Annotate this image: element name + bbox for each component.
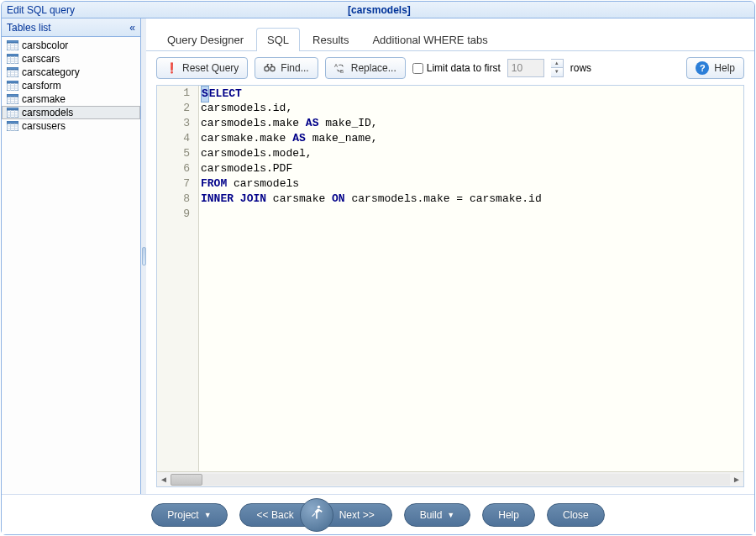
code-line[interactable]: SELECT — [201, 86, 542, 101]
project-label: Project — [167, 509, 198, 521]
table-item-label: carsmake — [22, 93, 66, 105]
chevron-down-icon: ▼ — [204, 511, 212, 519]
help-button[interactable]: ? Help — [686, 57, 744, 79]
table-icon — [7, 67, 18, 77]
table-item-label: carsbcolor — [22, 39, 68, 51]
main-panel: Query DesignerSQLResultsAdditional WHERE… — [146, 18, 754, 494]
line-number: 2 — [165, 101, 190, 116]
footer-help-button[interactable]: Help — [482, 503, 535, 527]
code-area[interactable]: SELECTcarsmodels.id,carsmodels.make AS m… — [199, 86, 543, 471]
window-frame: Edit SQL query [carsmodels] Tables list … — [1, 1, 755, 535]
table-item-label: carsmodels — [22, 107, 73, 118]
reset-query-button[interactable]: ❗ Reset Query — [156, 57, 248, 79]
svg-point-42 — [265, 66, 269, 71]
svg-rect-19 — [7, 83, 18, 91]
chevron-down-icon: ▼ — [447, 511, 454, 519]
table-icon — [7, 81, 18, 91]
title-left-text: Edit SQL query — [2, 4, 80, 16]
scroll-right-icon[interactable]: ► — [730, 475, 743, 484]
line-number: 5 — [165, 146, 190, 161]
scroll-track[interactable] — [171, 474, 730, 486]
code-line[interactable]: carsmodels.model, — [201, 146, 542, 161]
limit-rows-wrap[interactable]: Limit data to first — [412, 62, 501, 74]
code-line[interactable]: carsmodels.make AS make_ID, — [201, 116, 542, 131]
project-button[interactable]: Project ▼ — [151, 503, 227, 527]
code-line[interactable]: carsmake.make AS make_name, — [201, 131, 542, 146]
body-area: Tables list « carsbcolorcarscarscarscate… — [2, 18, 754, 494]
table-item[interactable]: carscars — [2, 52, 140, 66]
sidebar: Tables list « carsbcolorcarscarscarscate… — [2, 18, 141, 494]
svg-point-43 — [270, 66, 275, 71]
code-line[interactable]: carsmodels.PDF — [201, 161, 542, 176]
table-item[interactable]: carsform — [2, 79, 140, 92]
toolbar: ❗ Reset Query Find... AB Replace... — [146, 51, 754, 85]
svg-text:A: A — [334, 62, 339, 68]
tab-additional-where-tabs[interactable]: Additional WHERE tabs — [361, 28, 498, 51]
footer-bar: Project ▼ << Back Next >> Build ▼ Help C… — [2, 494, 754, 534]
line-gutter: 123456789 — [157, 86, 199, 471]
sidebar-title: Tables list — [7, 22, 51, 34]
sql-editor[interactable]: 123456789 SELECTcarsmodels.id,carsmodels… — [157, 86, 743, 471]
line-number: 7 — [165, 176, 190, 192]
table-list: carsbcolorcarscarscarscategorycarsformca… — [2, 37, 140, 134]
find-button[interactable]: Find... — [255, 57, 318, 79]
code-line[interactable] — [201, 207, 542, 222]
run-button[interactable] — [300, 498, 333, 532]
table-item-label: carscars — [22, 53, 60, 65]
svg-rect-25 — [7, 97, 18, 104]
close-button[interactable]: Close — [547, 503, 605, 527]
nav-group: << Back Next >> — [239, 498, 392, 532]
table-item[interactable]: carsusers — [2, 119, 140, 133]
sidebar-header: Tables list « — [2, 18, 140, 37]
svg-rect-1 — [7, 43, 18, 50]
back-label: << Back — [257, 509, 294, 521]
line-number: 1 — [165, 86, 190, 101]
tab-query-designer[interactable]: Query Designer — [156, 28, 255, 51]
rows-label: rows — [570, 62, 591, 74]
limit-label: Limit data to first — [427, 62, 501, 74]
replace-label: Replace... — [351, 62, 396, 74]
scroll-left-icon[interactable]: ◄ — [157, 475, 171, 484]
exclamation-icon: ❗ — [165, 62, 177, 74]
spinner-up-icon[interactable]: ▲ — [551, 60, 563, 68]
table-item-label: carscategory — [22, 66, 80, 78]
help-icon: ? — [696, 61, 709, 75]
collapse-sidebar-icon[interactable]: « — [129, 22, 135, 34]
scroll-thumb[interactable] — [171, 474, 202, 486]
table-item[interactable]: carscategory — [2, 66, 140, 79]
table-item[interactable]: carsmake — [2, 92, 140, 106]
title-bar: Edit SQL query [carsmodels] — [2, 2, 754, 18]
spinner-down-icon[interactable]: ▼ — [551, 68, 563, 76]
code-line[interactable]: carsmodels.id, — [201, 101, 542, 116]
close-label: Close — [563, 509, 589, 521]
help-label: Help — [714, 62, 735, 74]
tab-sql[interactable]: SQL — [256, 28, 300, 51]
table-icon — [7, 54, 18, 64]
line-number: 6 — [165, 161, 190, 176]
table-icon — [7, 94, 18, 104]
line-number: 4 — [165, 131, 190, 146]
splitter[interactable] — [141, 18, 146, 494]
table-item-label: carsform — [22, 80, 61, 92]
code-line[interactable]: FROM carsmodels — [201, 176, 542, 192]
replace-button[interactable]: AB Replace... — [325, 57, 406, 79]
title-center-text: [carsmodels] — [80, 4, 679, 16]
build-button[interactable]: Build ▼ — [404, 503, 471, 527]
svg-point-46 — [317, 506, 319, 508]
table-icon — [7, 108, 18, 118]
limit-value-input[interactable] — [507, 59, 544, 77]
next-label: Next >> — [339, 509, 375, 521]
limit-checkbox[interactable] — [412, 63, 423, 74]
table-icon — [7, 121, 18, 131]
table-item[interactable]: carsmodels — [2, 106, 140, 119]
line-number: 3 — [165, 116, 190, 131]
code-line[interactable]: INNER JOIN carsmake ON carsmodels.make =… — [201, 192, 542, 207]
runner-icon — [308, 504, 325, 525]
limit-spinner[interactable]: ▲ ▼ — [551, 59, 564, 77]
svg-rect-37 — [7, 123, 18, 131]
line-number: 9 — [165, 207, 190, 222]
table-icon — [7, 40, 18, 50]
editor-hscrollbar[interactable]: ◄ ► — [157, 471, 743, 486]
tab-results[interactable]: Results — [302, 28, 360, 51]
table-item[interactable]: carsbcolor — [2, 39, 140, 52]
